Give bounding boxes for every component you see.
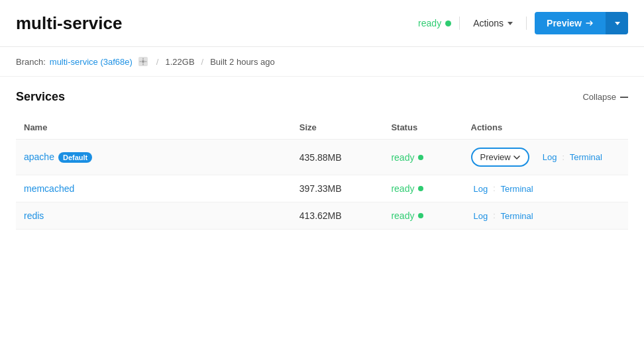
preview-dropdown-button[interactable] bbox=[606, 12, 628, 34]
pipe-separator: : bbox=[493, 184, 495, 193]
service-actions-cell: Log:Terminal bbox=[463, 175, 629, 202]
services-title: Services bbox=[16, 90, 65, 104]
divider bbox=[459, 17, 460, 30]
service-name-cell: memcached bbox=[16, 175, 292, 202]
service-log-link[interactable]: Log bbox=[471, 184, 491, 194]
service-status-dot bbox=[418, 186, 423, 191]
page-title: multi-service bbox=[16, 13, 122, 34]
service-status-cell: ready bbox=[383, 202, 462, 230]
service-actions-cell: Preview Log:Terminal bbox=[463, 140, 629, 175]
service-actions: Log:Terminal bbox=[471, 184, 621, 194]
status-text: ready bbox=[418, 18, 441, 28]
actions-label: Actions bbox=[473, 18, 504, 28]
table-row: apacheDefault435.88MBreadyPreview Log:Te… bbox=[16, 140, 628, 175]
preview-button-group: Preview bbox=[535, 12, 628, 34]
branch-link[interactable]: multi-service (3af68e) bbox=[50, 57, 133, 67]
service-size-cell: 397.33MB bbox=[292, 175, 384, 202]
service-status-cell: ready bbox=[383, 140, 462, 175]
col-header-name: Name bbox=[16, 116, 292, 140]
default-badge: Default bbox=[58, 152, 92, 163]
preview-chevron-down-icon bbox=[513, 155, 520, 160]
preview-main-button[interactable]: Preview bbox=[535, 12, 606, 34]
git-icon bbox=[138, 56, 148, 67]
preview-chevron-icon bbox=[615, 22, 620, 25]
services-table: Name Size Status Actions apacheDefault43… bbox=[16, 116, 628, 230]
table-row: redis413.62MBreadyLog:Terminal bbox=[16, 202, 628, 230]
service-size-cell: 413.62MB bbox=[292, 202, 384, 230]
header-controls: ready Actions Preview bbox=[418, 12, 628, 34]
service-log-link[interactable]: Log bbox=[471, 211, 491, 221]
meta-built: Built 2 hours ago bbox=[210, 57, 275, 67]
branch-prefix: Branch: bbox=[16, 57, 46, 67]
service-status: ready bbox=[391, 210, 455, 221]
page-header: multi-service ready Actions Preview bbox=[0, 0, 644, 47]
branch-name: multi-service bbox=[50, 57, 98, 67]
arrow-right-icon bbox=[586, 20, 594, 26]
pipe-separator: : bbox=[562, 153, 564, 162]
collapse-button[interactable]: Collapse bbox=[582, 92, 628, 102]
col-header-actions: Actions bbox=[463, 116, 629, 140]
service-status-cell: ready bbox=[383, 175, 462, 202]
services-section-header: Services Collapse bbox=[16, 90, 628, 104]
service-status-text: ready bbox=[391, 152, 414, 163]
service-status: ready bbox=[391, 183, 455, 194]
services-section: Services Collapse Name Size Status Actio… bbox=[0, 77, 644, 230]
actions-button[interactable]: Actions bbox=[468, 14, 518, 32]
service-actions: Log:Terminal bbox=[471, 211, 621, 221]
service-terminal-link[interactable]: Terminal bbox=[498, 211, 536, 221]
header-status: ready bbox=[418, 18, 451, 28]
service-name-link[interactable]: apache bbox=[24, 152, 54, 162]
service-name-cell: apacheDefault bbox=[16, 140, 292, 175]
status-dot bbox=[445, 21, 451, 26]
service-terminal-link[interactable]: Terminal bbox=[498, 184, 536, 194]
service-status-dot bbox=[418, 213, 423, 218]
pipe-separator: : bbox=[493, 211, 495, 220]
meta-sep2: / bbox=[201, 57, 204, 67]
service-name-link[interactable]: memcached bbox=[24, 183, 74, 194]
service-status-dot bbox=[418, 155, 423, 160]
col-header-status: Status bbox=[383, 116, 462, 140]
table-header-row: Name Size Status Actions bbox=[16, 116, 628, 140]
service-preview-label: Preview bbox=[480, 152, 511, 162]
service-preview-button[interactable]: Preview bbox=[471, 148, 529, 167]
chevron-down-icon bbox=[508, 22, 513, 25]
meta-sep1: / bbox=[156, 57, 159, 67]
meta-bar: Branch: multi-service (3af68e) / 1.22GB … bbox=[0, 47, 644, 77]
table-row: memcached397.33MBreadyLog:Terminal bbox=[16, 175, 628, 202]
preview-label: Preview bbox=[547, 18, 582, 28]
service-actions: Preview Log:Terminal bbox=[471, 148, 621, 167]
meta-size: 1.22GB bbox=[165, 57, 194, 67]
divider2 bbox=[526, 17, 527, 30]
collapse-label: Collapse bbox=[582, 92, 616, 102]
branch-commit: 3af68e bbox=[103, 57, 130, 67]
service-name-link[interactable]: redis bbox=[24, 210, 44, 221]
service-actions-cell: Log:Terminal bbox=[463, 202, 629, 230]
service-status: ready bbox=[391, 152, 455, 163]
collapse-icon bbox=[620, 97, 628, 98]
service-name-cell: redis bbox=[16, 202, 292, 230]
service-size-cell: 435.88MB bbox=[292, 140, 384, 175]
service-status-text: ready bbox=[391, 183, 414, 194]
service-log-link[interactable]: Log bbox=[540, 152, 560, 162]
service-status-text: ready bbox=[391, 210, 414, 221]
service-terminal-link[interactable]: Terminal bbox=[567, 152, 605, 162]
col-header-size: Size bbox=[292, 116, 384, 140]
svg-point-1 bbox=[142, 60, 144, 63]
